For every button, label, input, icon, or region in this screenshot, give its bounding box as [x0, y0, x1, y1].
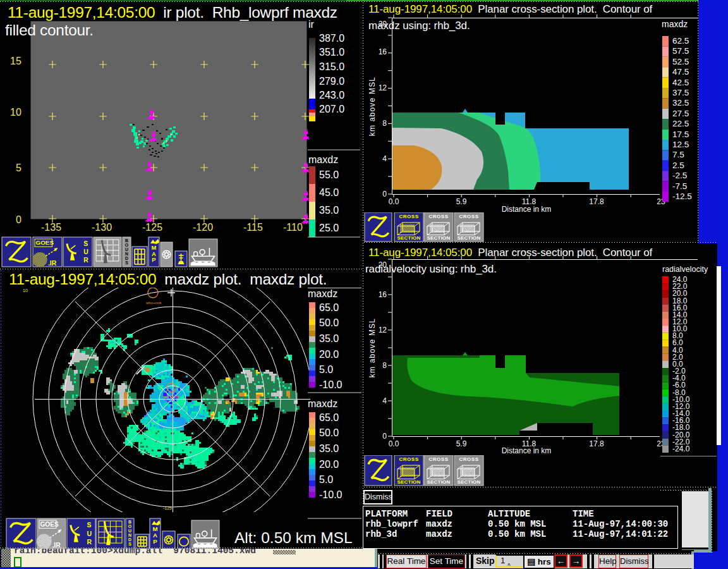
svg-text:32.5: 32.5 [672, 98, 689, 107]
svg-text:35.0: 35.0 [319, 205, 339, 216]
svg-text:maxdz: maxdz [662, 19, 688, 29]
svg-text:0: 0 [382, 432, 387, 441]
svg-text:47.5: 47.5 [672, 67, 689, 76]
svg-text:GOES: GOES [36, 239, 54, 246]
svg-text:50.0: 50.0 [319, 317, 339, 328]
svg-text:351.0: 351.0 [319, 47, 344, 58]
svg-text:17.8: 17.8 [589, 197, 604, 206]
svg-text:7.5: 7.5 [672, 150, 684, 159]
svg-text:65.0: 65.0 [319, 412, 339, 423]
svg-text:12.5: 12.5 [672, 140, 689, 149]
svg-text:CROSS: CROSS [399, 456, 419, 462]
svg-text:8: 8 [382, 361, 387, 370]
svg-text:52.5: 52.5 [672, 57, 689, 66]
svg-text:R: R [87, 538, 92, 546]
svg-text:57.5: 57.5 [672, 46, 689, 56]
svg-text:4: 4 [382, 396, 387, 405]
svg-text:4: 4 [382, 154, 387, 163]
svg-text:16: 16 [379, 47, 387, 56]
svg-text:O: O [125, 243, 128, 247]
svg-text:.IR: .IR [48, 260, 57, 267]
svg-text:SECTION: SECTION [427, 479, 451, 485]
svg-text:279.0: 279.0 [319, 76, 344, 87]
svg-text:SECTION: SECTION [427, 235, 451, 241]
svg-text:maxdz: maxdz [308, 154, 338, 165]
svg-text:-10.0: -10.0 [319, 379, 343, 390]
svg-text:R: R [83, 257, 88, 264]
svg-text:CROSS: CROSS [429, 456, 449, 462]
svg-text:42.5: 42.5 [672, 78, 689, 87]
svg-text:S: S [128, 542, 131, 546]
svg-text:-2.5: -2.5 [672, 171, 687, 180]
svg-text:CROSS: CROSS [459, 456, 479, 462]
svg-text:37.5: 37.5 [672, 88, 689, 97]
svg-text:SECTION: SECTION [458, 479, 481, 485]
svg-text:5.9: 5.9 [456, 439, 467, 448]
svg-text:O: O [128, 524, 131, 529]
svg-text:315.0: 315.0 [319, 61, 344, 72]
svg-text:S: S [87, 521, 92, 529]
svg-text:km above MSL: km above MSL [368, 318, 377, 377]
svg-text:45.0: 45.0 [319, 187, 339, 198]
svg-text:16: 16 [379, 290, 387, 299]
svg-text:25.0: 25.0 [319, 223, 339, 233]
svg-text:N: N [125, 252, 128, 256]
svg-text:12: 12 [379, 83, 387, 92]
svg-text:GOES: GOES [40, 521, 59, 528]
svg-text:-24.0: -24.0 [672, 444, 690, 453]
svg-text:50.0: 50.0 [319, 427, 339, 438]
svg-text:Md-125-P: Md-125-P [163, 395, 179, 399]
svg-text:5.0: 5.0 [319, 364, 333, 375]
svg-text:8: 8 [382, 119, 387, 128]
svg-text:CROSS: CROSS [459, 214, 479, 219]
svg-text:SECTION: SECTION [397, 479, 421, 485]
svg-text:B: B [128, 520, 131, 524]
svg-text:S: S [125, 260, 128, 265]
svg-text:maxdz: maxdz [308, 288, 337, 299]
svg-text:CROSS: CROSS [429, 214, 449, 219]
svg-text:5.0: 5.0 [319, 474, 333, 485]
svg-text:20.0: 20.0 [319, 459, 339, 470]
svg-text:-10.0: -10.0 [319, 489, 343, 500]
svg-text:65.0: 65.0 [319, 302, 339, 313]
svg-text:55.0: 55.0 [319, 169, 339, 180]
svg-text:radialvelocity: radialvelocity [662, 265, 708, 274]
svg-text:387.0: 387.0 [319, 33, 344, 44]
svg-text:-125: -125 [163, 506, 172, 510]
svg-text:62.5: 62.5 [672, 36, 689, 46]
svg-text:N: N [128, 533, 131, 537]
svg-text:22.5: 22.5 [672, 119, 689, 128]
svg-text:CROSS: CROSS [399, 214, 419, 219]
svg-text:P: P [152, 256, 155, 263]
svg-text:10: 10 [23, 288, 28, 293]
svg-text:20.0: 20.0 [319, 349, 339, 360]
svg-text:SECTION: SECTION [458, 235, 481, 241]
svg-text:who+mrk: who+mrk [145, 301, 162, 305]
svg-text:5.9: 5.9 [456, 197, 467, 206]
svg-text:B: B [125, 238, 128, 243]
svg-text:27.5: 27.5 [672, 109, 689, 118]
svg-text:207.0: 207.0 [319, 104, 344, 114]
svg-text:S: S [83, 240, 88, 247]
svg-text:35.0: 35.0 [319, 443, 339, 454]
svg-text:U: U [128, 529, 131, 533]
svg-text:U: U [83, 248, 88, 255]
svg-text:U: U [87, 530, 92, 537]
svg-text:17.5: 17.5 [672, 130, 689, 139]
svg-text:0: 0 [382, 190, 387, 199]
svg-text:P: P [153, 538, 157, 545]
svg-text:0.0: 0.0 [389, 439, 399, 448]
svg-text:35.0: 35.0 [319, 333, 339, 344]
svg-text:D: D [125, 256, 128, 260]
svg-text:17.8: 17.8 [589, 439, 604, 448]
svg-text:0.0: 0.0 [389, 197, 399, 206]
svg-text:-7.5: -7.5 [672, 181, 687, 191]
svg-text:U: U [125, 247, 128, 252]
svg-text:D: D [128, 537, 131, 542]
svg-text:243.0: 243.0 [319, 90, 344, 101]
svg-text:-12.5: -12.5 [672, 192, 692, 201]
svg-text:Distance in km: Distance in km [502, 446, 552, 455]
svg-text:12: 12 [379, 326, 387, 334]
svg-text:maxdz: maxdz [308, 398, 337, 409]
svg-text:km above MSL: km above MSL [368, 76, 377, 136]
